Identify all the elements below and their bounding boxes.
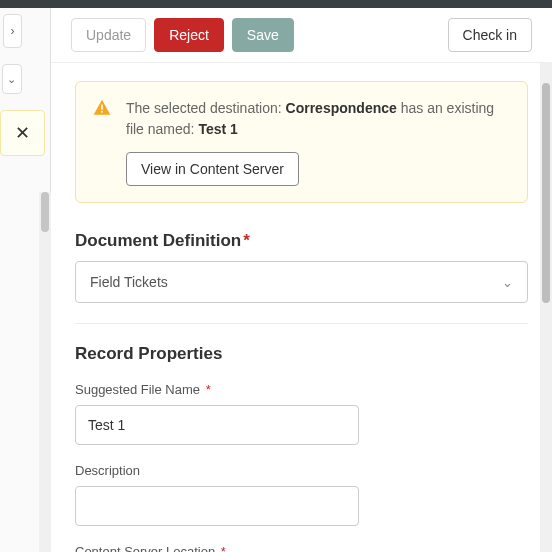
required-mark: *: [243, 231, 250, 250]
required-mark: *: [221, 544, 226, 552]
chevron-right-icon: ›: [11, 24, 15, 38]
content-area: The selected destination: Correspondence…: [51, 63, 552, 552]
content-server-location-label-text: Content Server Location: [75, 544, 215, 552]
rail-close-panel: ✕: [0, 110, 45, 156]
close-button[interactable]: ✕: [2, 110, 44, 156]
update-button[interactable]: Update: [71, 18, 146, 52]
left-scrollbar-thumb[interactable]: [41, 192, 49, 232]
document-definition-select[interactable]: Field Tickets ⌄: [75, 261, 528, 303]
main-panel: Update Reject Save Check in The selected…: [51, 8, 552, 552]
description-label: Description: [75, 463, 528, 478]
main-scrollbar[interactable]: [540, 63, 552, 552]
reject-button[interactable]: Reject: [154, 18, 224, 52]
divider: [75, 323, 528, 324]
left-rail: › ⌄ ✕: [0, 8, 51, 552]
left-scrollbar[interactable]: [39, 192, 51, 552]
svg-rect-1: [101, 111, 103, 113]
view-in-content-server-button[interactable]: View in Content Server: [126, 152, 299, 186]
rail-expand-button[interactable]: ›: [3, 14, 22, 48]
suggested-filename-label-text: Suggested File Name: [75, 382, 200, 397]
alert-destination: Correspondence: [286, 100, 397, 116]
warning-alert: The selected destination: Correspondence…: [75, 81, 528, 203]
action-bar: Update Reject Save Check in: [51, 8, 552, 63]
warning-icon: [92, 98, 112, 118]
suggested-filename-input[interactable]: [75, 405, 359, 445]
content-server-location-label: Content Server Location *: [75, 544, 528, 552]
alert-text: The selected destination: Correspondence…: [126, 98, 511, 140]
record-properties-heading: Record Properties: [75, 344, 528, 364]
required-mark: *: [206, 382, 211, 397]
checkin-button[interactable]: Check in: [448, 18, 532, 52]
alert-prefix: The selected destination:: [126, 100, 286, 116]
description-input[interactable]: [75, 486, 359, 526]
rail-dropdown[interactable]: ⌄: [2, 64, 22, 94]
document-definition-heading: Document Definition*: [75, 231, 528, 251]
alert-filename: Test 1: [198, 121, 237, 137]
chevron-down-icon: ⌄: [7, 73, 16, 86]
document-definition-value: Field Tickets: [90, 274, 168, 290]
save-button[interactable]: Save: [232, 18, 294, 52]
main-scrollbar-thumb[interactable]: [542, 83, 550, 303]
document-definition-label: Document Definition: [75, 231, 241, 250]
close-icon: ✕: [15, 122, 30, 144]
chevron-down-icon: ⌄: [502, 275, 513, 290]
svg-rect-0: [101, 105, 103, 110]
suggested-filename-label: Suggested File Name *: [75, 382, 528, 397]
window-chrome: [0, 0, 552, 8]
